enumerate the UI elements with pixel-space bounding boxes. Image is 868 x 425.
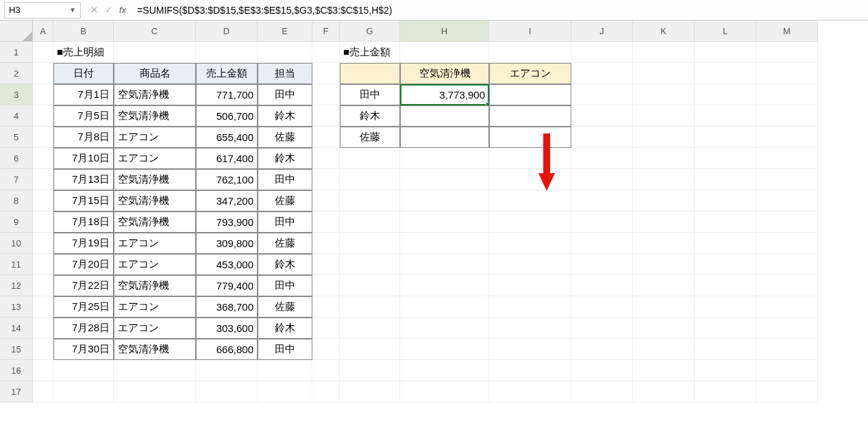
fill-handle[interactable] bbox=[486, 102, 489, 105]
cell-J9[interactable] bbox=[571, 211, 633, 233]
cell-I1[interactable] bbox=[489, 42, 571, 63]
col-header-B[interactable]: B bbox=[53, 21, 114, 42]
cell-L10[interactable] bbox=[695, 233, 756, 254]
row-header-14[interactable]: 14 bbox=[0, 318, 33, 339]
cell-H3[interactable]: 3,773,900 bbox=[400, 84, 489, 105]
cancel-icon[interactable]: ✕ bbox=[90, 5, 98, 15]
cell-E4[interactable]: 鈴木 bbox=[258, 105, 312, 127]
cell-M5[interactable] bbox=[756, 127, 818, 148]
cell-E7[interactable]: 田中 bbox=[258, 169, 312, 190]
cell-D9[interactable]: 793,900 bbox=[196, 211, 258, 233]
cell-J10[interactable] bbox=[571, 233, 633, 254]
cell-L4[interactable] bbox=[695, 105, 756, 127]
cell-J1[interactable] bbox=[571, 42, 633, 63]
cell-G4[interactable]: 鈴木 bbox=[340, 105, 400, 127]
cell-F1[interactable] bbox=[312, 42, 340, 63]
cell-K7[interactable] bbox=[633, 169, 695, 190]
cell-G1[interactable]: ■売上金額 bbox=[340, 42, 400, 63]
cell-D6[interactable]: 617,400 bbox=[196, 148, 258, 169]
row-header-6[interactable]: 6 bbox=[0, 148, 33, 169]
cell-H11[interactable] bbox=[400, 254, 489, 275]
cell-H16[interactable] bbox=[400, 360, 489, 381]
cell-A12[interactable] bbox=[33, 275, 53, 296]
cell-D16[interactable] bbox=[196, 360, 258, 381]
cell-I14[interactable] bbox=[489, 318, 571, 339]
cell-E12[interactable]: 田中 bbox=[258, 275, 312, 296]
cell-G5[interactable]: 佐藤 bbox=[340, 127, 400, 148]
cell-H1[interactable] bbox=[400, 42, 489, 63]
cell-L2[interactable] bbox=[695, 63, 756, 84]
cell-B14[interactable]: 7月28日 bbox=[53, 318, 114, 339]
cell-C15[interactable]: 空気清浄機 bbox=[114, 339, 196, 360]
cell-B16[interactable] bbox=[53, 360, 114, 381]
cell-G10[interactable] bbox=[340, 233, 400, 254]
cell-J12[interactable] bbox=[571, 275, 633, 296]
cell-M4[interactable] bbox=[756, 105, 818, 127]
cell-M16[interactable] bbox=[756, 360, 818, 381]
cell-J17[interactable] bbox=[571, 381, 633, 402]
cell-K2[interactable] bbox=[633, 63, 695, 84]
cell-D10[interactable]: 309,800 bbox=[196, 233, 258, 254]
cell-J14[interactable] bbox=[571, 318, 633, 339]
cell-C2[interactable]: 商品名 bbox=[114, 63, 196, 84]
cell-M9[interactable] bbox=[756, 211, 818, 233]
cell-K16[interactable] bbox=[633, 360, 695, 381]
cell-A10[interactable] bbox=[33, 233, 53, 254]
cell-G15[interactable] bbox=[340, 339, 400, 360]
cell-A16[interactable] bbox=[33, 360, 53, 381]
cell-G17[interactable] bbox=[340, 381, 400, 402]
cell-I3[interactable] bbox=[489, 84, 571, 105]
cell-L15[interactable] bbox=[695, 339, 756, 360]
cell-C6[interactable]: エアコン bbox=[114, 148, 196, 169]
cell-J11[interactable] bbox=[571, 254, 633, 275]
cell-D7[interactable]: 762,100 bbox=[196, 169, 258, 190]
cell-D14[interactable]: 303,600 bbox=[196, 318, 258, 339]
cell-A14[interactable] bbox=[33, 318, 53, 339]
row-header-12[interactable]: 12 bbox=[0, 275, 33, 296]
cell-L13[interactable] bbox=[695, 296, 756, 318]
cell-I4[interactable] bbox=[489, 105, 571, 127]
cell-A9[interactable] bbox=[33, 211, 53, 233]
cell-J4[interactable] bbox=[571, 105, 633, 127]
col-header-C[interactable]: C bbox=[114, 21, 196, 42]
cell-D8[interactable]: 347,200 bbox=[196, 190, 258, 211]
cell-K5[interactable] bbox=[633, 127, 695, 148]
cell-B3[interactable]: 7月1日 bbox=[53, 84, 114, 105]
cell-I8[interactable] bbox=[489, 190, 571, 211]
cell-L12[interactable] bbox=[695, 275, 756, 296]
cell-I10[interactable] bbox=[489, 233, 571, 254]
col-header-K[interactable]: K bbox=[633, 21, 695, 42]
cell-C7[interactable]: 空気清浄機 bbox=[114, 169, 196, 190]
cell-K17[interactable] bbox=[633, 381, 695, 402]
cell-H9[interactable] bbox=[400, 211, 489, 233]
cell-F7[interactable] bbox=[312, 169, 340, 190]
cell-C16[interactable] bbox=[114, 360, 196, 381]
cell-B7[interactable]: 7月13日 bbox=[53, 169, 114, 190]
row-header-16[interactable]: 16 bbox=[0, 360, 33, 381]
cell-C17[interactable] bbox=[114, 381, 196, 402]
cell-C11[interactable]: エアコン bbox=[114, 254, 196, 275]
col-header-E[interactable]: E bbox=[258, 21, 312, 42]
cell-H14[interactable] bbox=[400, 318, 489, 339]
cell-J7[interactable] bbox=[571, 169, 633, 190]
cell-I15[interactable] bbox=[489, 339, 571, 360]
cell-I2[interactable]: エアコン bbox=[489, 63, 571, 84]
row-header-9[interactable]: 9 bbox=[0, 211, 33, 233]
cell-L17[interactable] bbox=[695, 381, 756, 402]
col-header-J[interactable]: J bbox=[571, 21, 633, 42]
cell-H5[interactable] bbox=[400, 127, 489, 148]
cell-G7[interactable] bbox=[340, 169, 400, 190]
cell-E8[interactable]: 佐藤 bbox=[258, 190, 312, 211]
cell-M14[interactable] bbox=[756, 318, 818, 339]
cell-D15[interactable]: 666,800 bbox=[196, 339, 258, 360]
row-header-17[interactable]: 17 bbox=[0, 381, 33, 402]
row-header-13[interactable]: 13 bbox=[0, 296, 33, 318]
col-header-M[interactable]: M bbox=[756, 21, 818, 42]
cell-G3[interactable]: 田中 bbox=[340, 84, 400, 105]
cell-F12[interactable] bbox=[312, 275, 340, 296]
spreadsheet-grid[interactable]: ABCDEFGHIJKLM1■売上明細■売上金額2日付商品名売上金額担当空気清浄… bbox=[0, 21, 868, 402]
cell-F10[interactable] bbox=[312, 233, 340, 254]
cell-H4[interactable] bbox=[400, 105, 489, 127]
cell-B12[interactable]: 7月22日 bbox=[53, 275, 114, 296]
cell-L9[interactable] bbox=[695, 211, 756, 233]
